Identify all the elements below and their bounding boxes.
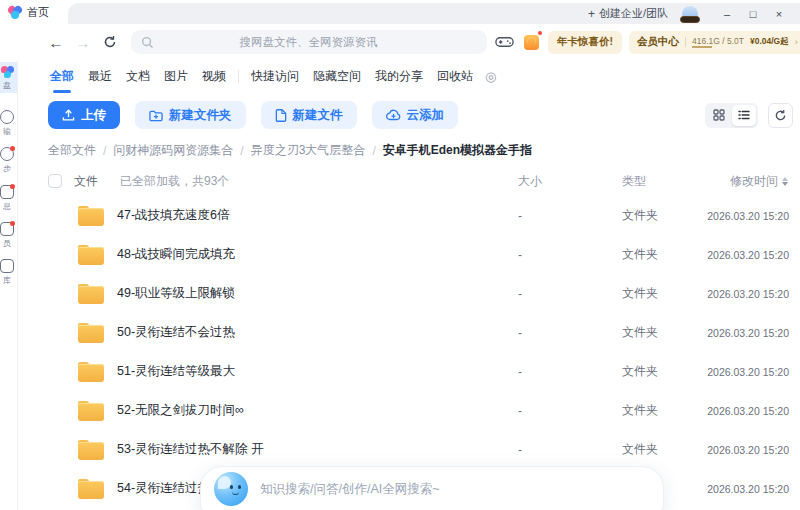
file-size: - [518,404,622,418]
file-name[interactable]: 52-无限之剑拔刀时间∞ [117,402,244,419]
column-time[interactable]: 修改时间 [700,173,793,190]
folder-icon [78,245,104,265]
tab-quick-access[interactable]: 快捷访问 [249,66,301,87]
avatar-vip-badge [680,16,700,23]
column-type[interactable]: 类型 [622,173,700,190]
breadcrumb: 全部文件 / 问财神源码网资源集合 / 异度之刃3大气层整合 / 安卓手机Ede… [48,142,793,159]
search-box[interactable] [131,30,487,54]
sidebar-item-sync[interactable]: 步 [0,147,18,174]
search-input[interactable] [154,36,477,48]
sidebar-item-library[interactable]: 库 [0,259,18,286]
table-row[interactable]: 49-职业等级上限解锁 - 文件夹 2026.03.20 15:20 [48,274,793,313]
tab-documents[interactable]: 文档 [124,66,152,87]
promo-pill[interactable]: 年卡惊喜价! [548,31,622,54]
create-team-button[interactable]: + 创建企业/团队 [588,6,668,21]
table-row[interactable]: 50-灵衔连结不会过热 - 文件夹 2026.03.20 15:20 [48,313,793,352]
sidebar-item-member[interactable]: 员 [0,222,18,249]
main-content: 全部 最近 文档 图片 视频 快捷访问 隐藏空间 我的分享 回收站 ◎ 上传 [18,60,800,510]
back-icon[interactable]: ← [46,31,66,53]
cloud-add-button[interactable]: 云添加 [372,101,459,129]
file-time: 2026.03.20 15:20 [700,366,793,378]
notification-dot [537,30,543,36]
file-name[interactable]: 50-灵衔连结不会过热 [117,324,235,341]
plus-icon: + [588,7,595,21]
gift-bag-icon[interactable] [521,32,541,52]
file-type: 文件夹 [622,324,700,341]
new-folder-button[interactable]: 新建文件夹 [135,101,246,129]
column-size[interactable]: 大小 [518,173,622,190]
search-icon [141,36,154,49]
folder-icon [78,206,104,226]
avatar[interactable] [682,6,698,22]
minimize-button[interactable]: – [714,4,740,24]
folder-icon [78,323,104,343]
file-name[interactable]: 47-战技填充速度6倍 [117,207,230,224]
tab-my-shares[interactable]: 我的分享 [373,66,425,87]
file-time: 2026.03.20 15:20 [700,210,793,222]
file-size: - [518,248,622,262]
file-size: - [518,443,622,457]
table-row[interactable]: 47-战技填充速度6倍 - 文件夹 2026.03.20 15:20 [48,196,793,235]
ai-search-input[interactable] [260,467,647,510]
folder-icon [78,362,104,382]
app-home-tab[interactable]: 首页 [0,0,68,24]
list-view-icon[interactable] [732,105,756,126]
folder-icon [78,479,104,499]
file-type: 文件夹 [622,207,700,224]
view-controls [705,103,793,128]
table-row[interactable]: 48-战技瞬间完成填充 - 文件夹 2026.03.20 15:20 [48,235,793,274]
file-name[interactable]: 48-战技瞬间完成填充 [117,246,235,263]
load-status: 已全部加载，共93个 [120,173,229,190]
notification-dot [10,221,15,226]
sidebar-item-transfer[interactable]: 输 [0,110,18,137]
title-bar: 首页 + 创建企业/团队 – □ × [0,0,800,24]
tab-videos[interactable]: 视频 [200,66,228,87]
breadcrumb-level-1[interactable]: 问财神源码网资源集合 [113,142,233,159]
file-name[interactable]: 51-灵衔连结等级最大 [117,363,235,380]
maximize-button[interactable]: □ [740,4,766,24]
forward-icon[interactable]: → [73,31,93,53]
member-center-pill[interactable]: 会员中心 416.1G / 5.0T ¥0.04/G起 › [629,31,800,54]
transfer-icon [0,110,14,124]
file-time: 2026.03.20 15:20 [700,249,793,261]
tab-all[interactable]: 全部 [48,66,76,87]
divider [685,37,686,47]
table-row[interactable]: 52-无限之剑拔刀时间∞ - 文件夹 2026.03.20 15:20 [48,391,793,430]
folder-icon [78,440,104,460]
grid-view-icon[interactable] [707,105,731,126]
column-file[interactable]: 文件 [74,173,98,190]
new-file-button[interactable]: 新建文件 [261,101,357,129]
game-controller-icon[interactable] [494,32,514,52]
tab-hidden-space[interactable]: 隐藏空间 [311,66,363,87]
tab-images[interactable]: 图片 [162,66,190,87]
file-name[interactable]: 49-职业等级上限解锁 [117,285,235,302]
sidebar-item-message[interactable]: 息 [0,185,18,212]
file-name[interactable]: 53-灵衔连结过热不解除 开 [117,441,264,458]
folder-plus-icon [149,109,163,122]
member-center-label[interactable]: 会员中心 [637,35,679,49]
file-time: 2026.03.20 15:20 [700,405,793,417]
library-icon [0,259,14,273]
ai-search-bar[interactable] [200,466,664,510]
list-header: 文件 已全部加载，共93个 大小 类型 修改时间 [48,168,793,194]
select-all-checkbox[interactable] [48,174,62,188]
tab-settings-icon[interactable]: ◎ [485,69,496,84]
folder-icon [78,284,104,304]
refresh-list-icon[interactable] [768,103,793,128]
tab-strip: + 创建企业/团队 – □ × [68,3,800,24]
message-icon [0,185,14,199]
file-type: 文件夹 [622,246,700,263]
ai-mascot-icon[interactable] [214,472,248,506]
tab-recycle-bin[interactable]: 回收站 [435,66,475,87]
refresh-icon[interactable] [100,31,120,53]
breadcrumb-level-2[interactable]: 异度之刃3大气层整合 [251,142,366,159]
close-button[interactable]: × [766,4,792,24]
file-time: 2026.03.20 15:20 [700,327,793,339]
table-row[interactable]: 51-灵衔连结等级最大 - 文件夹 2026.03.20 15:20 [48,352,793,391]
breadcrumb-root[interactable]: 全部文件 [48,142,96,159]
sidebar-item-disk[interactable]: 盘 [0,62,18,93]
upload-button[interactable]: 上传 [48,101,120,129]
breadcrumb-current: 安卓手机Eden模拟器金手指 [383,142,532,159]
table-row[interactable]: 53-灵衔连结过热不解除 开 - 文件夹 2026.03.20 15:20 [48,430,793,469]
tab-recent[interactable]: 最近 [86,66,114,87]
